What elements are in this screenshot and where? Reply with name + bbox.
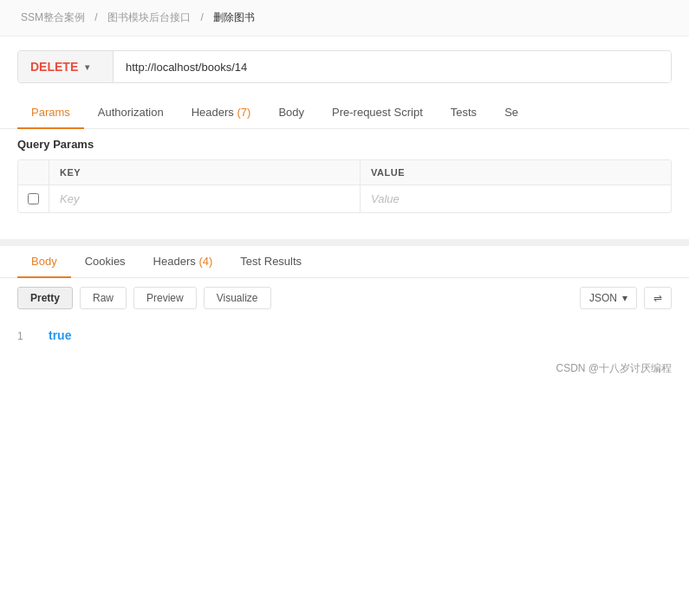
breadcrumb-current: 删除图书 bbox=[213, 11, 255, 23]
tab-params[interactable]: Params bbox=[17, 97, 84, 129]
json-type-selector[interactable]: JSON ▾ bbox=[580, 287, 637, 309]
tab-pre-request[interactable]: Pre-request Script bbox=[318, 97, 437, 129]
response-format-bar: Pretty Raw Preview Visualize JSON ▾ ⇌ bbox=[0, 278, 689, 318]
response-body: 1 true bbox=[0, 318, 689, 353]
tab-body[interactable]: Body bbox=[264, 97, 318, 129]
wrap-toggle-button[interactable]: ⇌ bbox=[644, 287, 672, 309]
breadcrumb-part-2[interactable]: 图书模块后台接口 bbox=[107, 11, 191, 23]
breadcrumb-separator-2: / bbox=[200, 11, 206, 23]
params-table-header: KEY VALUE bbox=[18, 160, 671, 185]
key-col-header: KEY bbox=[49, 160, 361, 185]
response-tab-cookies[interactable]: Cookies bbox=[71, 246, 140, 278]
breadcrumb: SSM整合案例 / 图书模块后台接口 / 删除图书 bbox=[0, 0, 689, 36]
params-table-row: Key Value bbox=[18, 185, 671, 212]
request-tabs-bar: Params Authorization Headers (7) Body Pr… bbox=[0, 97, 689, 129]
value-col-header: VALUE bbox=[361, 160, 671, 185]
tab-tests[interactable]: Tests bbox=[437, 97, 491, 129]
format-preview-button[interactable]: Preview bbox=[133, 287, 197, 309]
params-table: KEY VALUE Key Value bbox=[17, 159, 672, 213]
response-value: true bbox=[49, 328, 71, 342]
breadcrumb-separator-1: / bbox=[94, 11, 101, 23]
value-input-placeholder[interactable]: Value bbox=[361, 185, 671, 212]
request-bar: DELETE ▾ bbox=[17, 50, 672, 83]
chevron-down-icon: ▾ bbox=[85, 62, 89, 72]
format-visualize-button[interactable]: Visualize bbox=[204, 287, 271, 309]
checkbox-col-header bbox=[18, 160, 49, 185]
response-tabs-bar: Body Cookies Headers (4) Test Results bbox=[0, 246, 689, 278]
watermark: CSDN @十八岁讨厌编程 bbox=[0, 353, 689, 385]
tab-settings[interactable]: Se bbox=[491, 97, 532, 129]
format-pretty-button[interactable]: Pretty bbox=[17, 287, 73, 309]
query-params-label: Query Params bbox=[0, 129, 689, 159]
breadcrumb-part-1[interactable]: SSM整合案例 bbox=[21, 11, 85, 23]
key-input-placeholder[interactable]: Key bbox=[49, 185, 361, 212]
tab-authorization[interactable]: Authorization bbox=[84, 97, 178, 129]
line-number: 1 bbox=[17, 330, 31, 342]
row-checkbox[interactable] bbox=[18, 185, 49, 212]
tab-headers[interactable]: Headers (7) bbox=[178, 97, 265, 129]
wrap-icon: ⇌ bbox=[653, 292, 662, 304]
chevron-down-icon: ▾ bbox=[622, 292, 627, 304]
response-tab-body[interactable]: Body bbox=[17, 246, 71, 278]
response-tab-headers[interactable]: Headers (4) bbox=[140, 246, 227, 278]
method-selector[interactable]: DELETE ▾ bbox=[18, 51, 114, 82]
section-divider bbox=[0, 239, 689, 246]
url-input[interactable] bbox=[114, 52, 671, 82]
method-label: DELETE bbox=[30, 60, 78, 74]
response-tab-test-results[interactable]: Test Results bbox=[226, 246, 315, 278]
format-raw-button[interactable]: Raw bbox=[80, 287, 127, 309]
